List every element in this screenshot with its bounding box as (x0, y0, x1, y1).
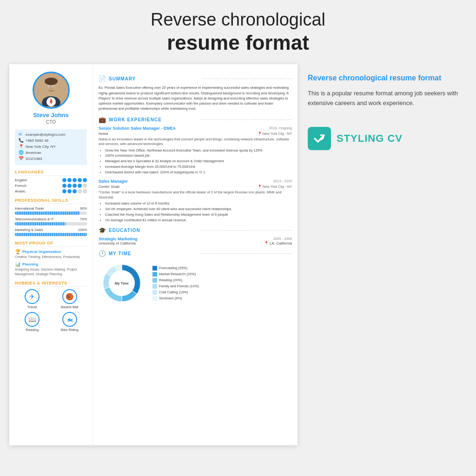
skill-item: International Trade 90% (15, 206, 87, 215)
work-entry: Sales Manager 2013 - 2015 Center Snab 📍 … (99, 179, 292, 222)
mytime-icon: 🕐 (99, 250, 106, 257)
contact-info: ✉ example@stylingcv.com 📞 +965 5682 48 📍… (15, 129, 87, 165)
avatar-container: Steve Johns CTO (15, 72, 87, 125)
mytime-divider (202, 253, 292, 254)
language-item: French (15, 184, 87, 188)
mytime-section-title: MY TIME (109, 251, 199, 256)
person-name: Steve Johns (15, 112, 87, 119)
proud-item: 📊Planning Analyzing Issues, Decision Mak… (15, 262, 87, 276)
proud-container: 🏆Physical Organization Creative Thinking… (15, 249, 87, 276)
summary-header: 📄 SUMMARY (99, 75, 292, 82)
right-panel: Reverse chronological resume format This… (303, 64, 467, 154)
hobby-item: ✈ Travel (15, 289, 50, 309)
svg-point-5 (45, 78, 58, 85)
resume-sidebar: Steve Johns CTO ✉ example@stylingcv.com … (9, 64, 93, 445)
svg-point-8 (48, 86, 49, 87)
work-icon: 💼 (99, 116, 106, 123)
donut-chart: My Time (99, 260, 145, 306)
summary-section-title: SUMMARY (109, 76, 199, 81)
edu-section-title: EDUCATION (109, 228, 199, 233)
contact-nationality: 🌐 American (19, 150, 83, 155)
languages-container: EnglishFrenchArabic (15, 178, 87, 193)
dob-icon: 📅 (19, 156, 23, 161)
brand-icon (308, 127, 331, 150)
work-divider (202, 119, 292, 120)
edu-header: 🎓 EDUCATION (99, 227, 292, 234)
work-container: Senior Solution Sales Manager - EMEA 201… (99, 126, 292, 223)
brand-name: STYLING CV (337, 132, 403, 145)
hobby-item: 📖 Reading (15, 312, 50, 332)
contact-phone: 📞 +965 5682 48 (19, 138, 83, 143)
legend-item: Family and Friends (14%) (152, 284, 199, 289)
legend-item: Forecasting (35%) (152, 266, 199, 271)
work-section-title: WORK EXPERIENCE (109, 117, 199, 122)
hobbies-title: HOBBIES & INTERESTS (15, 281, 87, 287)
svg-point-9 (53, 86, 54, 87)
hobby-item: 🏀 Basket Ball (53, 289, 87, 309)
desc-title: Reverse chronological resume format (308, 73, 462, 83)
contact-location: 📍 New York City, NY (19, 144, 83, 149)
resume-main: 📄 SUMMARY Ex. Pivotal Sales Executive of… (93, 64, 298, 445)
skills-title: PROFESSIONAL SKILLS (15, 198, 87, 204)
resume-card: Steve Johns CTO ✉ example@stylingcv.com … (9, 64, 298, 445)
location-icon: 📍 (19, 144, 23, 149)
nationality-icon: 🌐 (19, 150, 23, 155)
legend-item: Seminars (6%) (152, 296, 199, 301)
skill-item: Telecommunications & IT 70% (15, 217, 87, 225)
hobbies-container: ✈ Travel 🏀 Basket Ball 📖 Reading 🏍 Bike … (15, 289, 87, 332)
proud-item: 🏆Physical Organization Creative Thinking… (15, 249, 87, 259)
main-content: Steve Johns CTO ✉ example@stylingcv.com … (9, 64, 467, 445)
mytime-header: 🕐 MY TIME (99, 250, 292, 257)
legend-item: Market Research (15%) (152, 272, 199, 277)
page-title: Reverse chronological resume format (151, 9, 325, 55)
mytime-section: My Time Forecasting (35%) Market Researc… (99, 260, 292, 306)
time-legend: Forecasting (35%) Market Research (15%) … (152, 266, 199, 301)
svg-point-10 (50, 87, 52, 89)
edu-icon: 🎓 (99, 227, 106, 234)
legend-item: Cold Calling (10%) (152, 290, 199, 295)
phone-icon: 📞 (19, 138, 23, 143)
language-item: English (15, 178, 87, 182)
summary-text: Ex. Pivotal Sales Executive offering ove… (99, 85, 292, 111)
work-header: 💼 WORK EXPERIENCE (99, 116, 292, 123)
language-item: Arabic (15, 189, 87, 193)
work-entry: Senior Solution Sales Manager - EMEA 201… (99, 126, 292, 175)
summary-divider (202, 79, 292, 79)
desc-text: This is a popular resume format among jo… (308, 89, 462, 108)
edu-entry: Strategic Marketing 2005 - 2009 Universi… (99, 237, 292, 245)
avatar (33, 72, 70, 109)
email-icon: ✉ (19, 132, 23, 137)
donut-label: My Time (115, 281, 129, 285)
summary-icon: 📄 (99, 75, 106, 82)
description-box: Reverse chronological resume format This… (308, 69, 462, 112)
edu-divider (202, 230, 292, 231)
proud-title: MOST PROUD OF (15, 241, 87, 247)
legend-item: Reading (20%) (152, 278, 199, 283)
hobby-item: 🏍 Bike Riding (53, 312, 87, 332)
brand-name-text: STYLING CV (337, 132, 403, 144)
contact-dob: 📅 3/12/1983 (19, 156, 83, 161)
skills-container: International Trade 90% Telecommunicatio… (15, 206, 87, 236)
person-title: CTO (15, 119, 87, 125)
edu-container: Strategic Marketing 2005 - 2009 Universi… (99, 237, 292, 245)
contact-email: ✉ example@stylingcv.com (19, 132, 83, 137)
skill-item: Marketing & Sales 100% (15, 228, 87, 236)
brand-box: STYLING CV (308, 127, 462, 150)
languages-title: LANGUAGES (15, 170, 87, 176)
